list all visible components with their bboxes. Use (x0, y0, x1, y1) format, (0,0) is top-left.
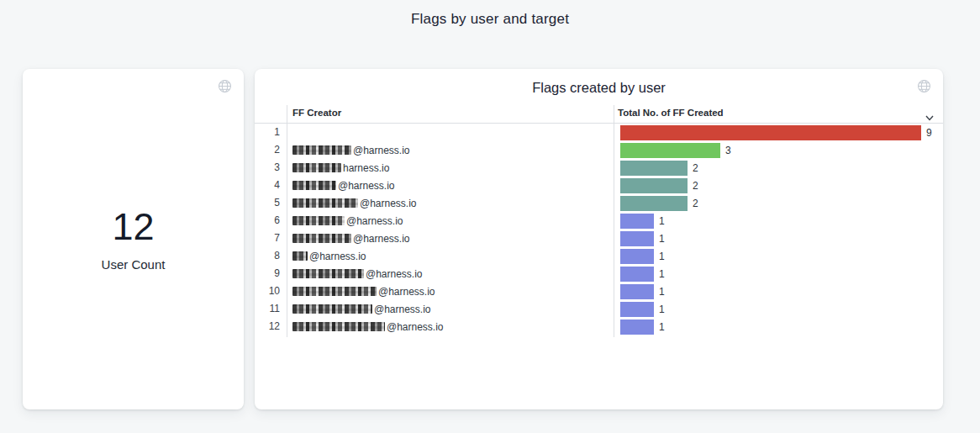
value-bar (620, 196, 688, 211)
creator-cell: @harness.io (292, 265, 423, 283)
redacted-name (292, 163, 341, 172)
row-rank: 9 (255, 265, 280, 283)
row-rank: 1 (255, 124, 280, 141)
creator-cell: @harness.io (292, 283, 435, 300)
bar-cell: 1 (620, 212, 665, 230)
value-bar (620, 125, 921, 140)
table-row[interactable]: 6@harness.io1 (255, 212, 943, 230)
redacted-name (292, 251, 308, 261)
bar-value-label: 2 (693, 198, 698, 209)
table-row[interactable]: 9@harness.io1 (255, 265, 943, 283)
email-domain: @harness.io (387, 321, 444, 333)
table-row[interactable]: 4@harness.io2 (255, 177, 943, 194)
redacted-name (292, 181, 336, 190)
row-rank: 12 (255, 318, 280, 335)
email-domain: @harness.io (353, 145, 410, 156)
bar-cell: 9 (620, 124, 932, 141)
creator-cell: @harness.io (292, 194, 417, 212)
email-domain: harness.io (343, 162, 389, 174)
email-domain: @harness.io (366, 268, 423, 280)
row-rank: 7 (255, 230, 280, 247)
redacted-name (292, 145, 351, 155)
value-bar (620, 214, 654, 229)
value-bar (620, 302, 654, 317)
table-row[interactable]: 5@harness.io2 (255, 194, 943, 212)
bar-cell: 1 (620, 265, 665, 283)
flags-created-card: Flags created by user FF Creator Total N… (255, 69, 943, 409)
bar-value-label: 2 (693, 180, 698, 192)
row-rank: 5 (255, 194, 280, 212)
bar-value-label: 2 (693, 162, 698, 174)
row-rank: 6 (255, 212, 280, 230)
value-bar (620, 284, 654, 299)
bar-cell: 2 (620, 177, 698, 194)
bar-cell: 2 (620, 159, 698, 177)
creator-cell: @harness.io (292, 318, 444, 335)
bar-value-label: 1 (659, 321, 665, 333)
table-row[interactable]: 8@harness.io1 (255, 247, 943, 265)
bar-cell: 1 (620, 230, 665, 247)
creator-cell: @harness.io (292, 177, 395, 194)
bar-value-label: 1 (659, 215, 665, 227)
value-bar (620, 143, 720, 158)
email-domain: @harness.io (346, 215, 403, 227)
creator-cell: @harness.io (292, 230, 410, 247)
email-domain: @harness.io (338, 180, 395, 192)
bar-value-label: 1 (659, 286, 665, 298)
table-header: FF Creator Total No. of FF Created (255, 105, 943, 124)
chart-title: Flags created by user (255, 80, 943, 96)
table-rows: 192@harness.io33harness.io24@harness.io2… (255, 124, 943, 335)
bar-value-label: 3 (725, 145, 731, 156)
table-row[interactable]: 2@harness.io3 (255, 141, 943, 159)
user-count-card: 12 User Count (23, 69, 244, 409)
email-domain: @harness.io (353, 233, 410, 245)
row-rank: 8 (255, 247, 280, 265)
creator-cell: @harness.io (292, 300, 431, 318)
value-bar (620, 267, 654, 282)
table-row[interactable]: 12@harness.io1 (255, 318, 943, 335)
user-count-label: User Count (102, 257, 166, 272)
bar-cell: 2 (620, 194, 698, 212)
column-header-ff-creator[interactable]: FF Creator (292, 108, 341, 118)
email-domain: @harness.io (374, 304, 431, 315)
column-header-total-created[interactable]: Total No. of FF Created (618, 108, 724, 118)
bar-value-label: 1 (659, 268, 665, 280)
bar-cell: 1 (620, 300, 665, 318)
table-row[interactable]: 11@harness.io1 (255, 300, 943, 318)
user-count-value: 12 (112, 208, 154, 246)
email-domain: @harness.io (309, 251, 366, 262)
page-title: Flags by user and target (0, 11, 980, 28)
creator-cell: @harness.io (292, 212, 403, 230)
redacted-name (292, 304, 372, 314)
table-row[interactable]: 19 (255, 124, 943, 141)
redacted-name (292, 216, 345, 225)
table-row[interactable]: 10@harness.io1 (255, 283, 943, 300)
bar-cell: 1 (620, 318, 665, 335)
creator-cell: harness.io (292, 159, 389, 177)
row-rank: 10 (255, 283, 280, 300)
redacted-name (292, 322, 385, 331)
bar-value-label: 1 (659, 233, 665, 245)
table-row[interactable]: 3harness.io2 (255, 159, 943, 177)
email-domain: @harness.io (360, 198, 417, 209)
value-bar (620, 231, 654, 246)
bar-value-label: 1 (659, 251, 665, 262)
bar-cell: 1 (620, 247, 665, 265)
row-rank: 2 (255, 141, 280, 159)
creator-cell: @harness.io (292, 141, 410, 159)
bar-cell: 1 (620, 283, 665, 300)
redacted-name (292, 198, 358, 208)
value-bar (620, 249, 654, 264)
creator-cell: @harness.io (292, 247, 366, 265)
value-bar (620, 178, 688, 193)
redacted-name (292, 234, 351, 243)
redacted-name (292, 287, 377, 296)
value-bar (620, 161, 688, 176)
row-rank: 11 (255, 300, 280, 318)
chevron-down-icon[interactable] (925, 110, 935, 118)
row-rank: 3 (255, 159, 280, 177)
table-row[interactable]: 7@harness.io1 (255, 230, 943, 247)
value-bar (620, 319, 654, 335)
row-rank: 4 (255, 177, 280, 194)
bar-cell: 3 (620, 141, 731, 159)
